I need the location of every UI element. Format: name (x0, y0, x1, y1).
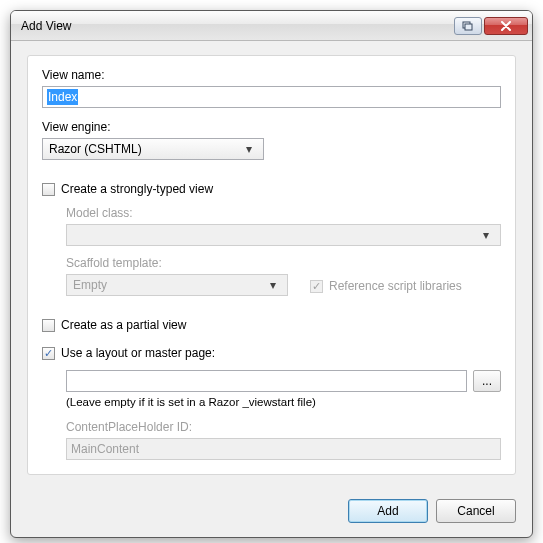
dialog-footer: Add Cancel (11, 489, 532, 537)
layout-group: ... (Leave empty if it is set in a Razor… (66, 364, 501, 460)
svg-rect-1 (465, 24, 472, 30)
window-buttons (454, 17, 528, 35)
scaffold-label: Scaffold template: (66, 256, 288, 270)
content-placeholder-input (66, 438, 501, 460)
layout-path-input[interactable] (66, 370, 467, 392)
strongly-typed-label: Create a strongly-typed view (61, 182, 213, 196)
view-name-input[interactable]: Index (42, 86, 501, 108)
chevron-down-icon: ▾ (265, 278, 281, 292)
scaffold-select: Empty ▾ (66, 274, 288, 296)
add-button[interactable]: Add (348, 499, 428, 523)
close-button[interactable] (484, 17, 528, 35)
reference-scripts-label: Reference script libraries (329, 279, 462, 293)
partial-view-label: Create as a partial view (61, 318, 186, 332)
browse-label: ... (482, 374, 492, 388)
titlebar: Add View (11, 11, 532, 41)
chevron-down-icon: ▾ (241, 142, 257, 156)
layout-checkbox[interactable] (42, 347, 55, 360)
cancel-button[interactable]: Cancel (436, 499, 516, 523)
browse-button[interactable]: ... (473, 370, 501, 392)
view-engine-select[interactable]: Razor (CSHTML) ▾ (42, 138, 264, 160)
partial-view-checkbox[interactable] (42, 319, 55, 332)
content-placeholder-label: ContentPlaceHolder ID: (66, 420, 501, 434)
partial-view-row: Create as a partial view (42, 318, 501, 332)
strongly-typed-checkbox[interactable] (42, 183, 55, 196)
layout-label: Use a layout or master page: (61, 346, 215, 360)
maximize-icon (462, 21, 474, 31)
layout-row: Use a layout or master page: (42, 346, 501, 360)
view-engine-value: Razor (CSHTML) (49, 142, 142, 156)
dialog-window: Add View View name: Index View engine (10, 10, 533, 538)
form-panel: View name: Index View engine: Razor (CSH… (27, 55, 516, 475)
view-name-value: Index (47, 89, 78, 105)
window-title: Add View (21, 19, 454, 33)
add-button-label: Add (377, 504, 398, 518)
view-name-label: View name: (42, 68, 501, 82)
view-engine-label: View engine: (42, 120, 501, 134)
dialog-content: View name: Index View engine: Razor (CSH… (11, 41, 532, 489)
strongly-typed-group: Model class: ▾ Scaffold template: Empty … (66, 200, 501, 296)
model-class-select: ▾ (66, 224, 501, 246)
scaffold-value: Empty (73, 278, 107, 292)
strongly-typed-row: Create a strongly-typed view (42, 182, 501, 196)
chevron-down-icon: ▾ (478, 228, 494, 242)
cancel-button-label: Cancel (457, 504, 494, 518)
reference-scripts-checkbox (310, 280, 323, 293)
model-class-label: Model class: (66, 206, 501, 220)
layout-hint: (Leave empty if it is set in a Razor _vi… (66, 396, 501, 408)
maximize-button[interactable] (454, 17, 482, 35)
close-icon (500, 21, 512, 31)
